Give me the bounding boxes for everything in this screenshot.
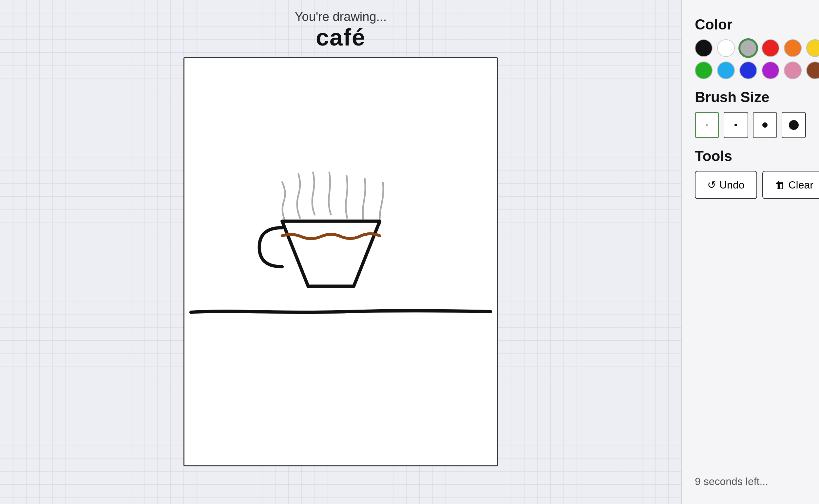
tools-buttons: ↺ Undo 🗑 Clear	[695, 171, 806, 199]
color-black[interactable]	[695, 39, 713, 57]
timer: 9 seconds left...	[695, 469, 806, 488]
drawing-canvas[interactable]	[183, 57, 498, 466]
undo-button[interactable]: ↺ Undo	[695, 171, 757, 199]
brush-section-title: Brush Size	[695, 89, 806, 105]
color-gray[interactable]	[739, 39, 757, 57]
color-section: Color	[695, 16, 806, 79]
tools-section: Tools ↺ Undo 🗑 Clear	[695, 148, 806, 199]
color-cyan[interactable]	[717, 62, 735, 79]
color-red[interactable]	[762, 39, 779, 57]
color-section-title: Color	[695, 16, 806, 33]
prompt-word: café	[295, 24, 387, 51]
color-green[interactable]	[695, 62, 713, 79]
color-yellow[interactable]	[806, 39, 819, 57]
color-palette	[695, 39, 806, 79]
prompt-area: You're drawing... café	[295, 10, 387, 51]
color-pink[interactable]	[784, 62, 802, 79]
undo-label: Undo	[719, 179, 745, 191]
clear-button[interactable]: 🗑 Clear	[762, 171, 819, 199]
color-white[interactable]	[717, 39, 735, 57]
color-brown[interactable]	[806, 62, 819, 79]
brush-small[interactable]	[724, 112, 748, 138]
clear-label: Clear	[789, 179, 813, 191]
brush-extra-small[interactable]	[695, 112, 719, 138]
brush-medium[interactable]	[753, 112, 777, 138]
brush-section: Brush Size	[695, 89, 806, 138]
tools-section-title: Tools	[695, 148, 806, 164]
tools-panel: Color Brush Size Tools ↺ Undo 🗑 Clear 9 …	[682, 0, 819, 504]
canvas-area: You're drawing... café	[0, 0, 682, 504]
color-orange[interactable]	[784, 39, 802, 57]
prompt-subtitle: You're drawing...	[295, 10, 387, 24]
undo-icon: ↺	[707, 179, 716, 191]
color-blue[interactable]	[739, 62, 757, 79]
color-purple[interactable]	[762, 62, 779, 79]
brush-sizes	[695, 112, 806, 138]
trash-icon: 🗑	[775, 179, 785, 191]
brush-large[interactable]	[782, 112, 806, 138]
